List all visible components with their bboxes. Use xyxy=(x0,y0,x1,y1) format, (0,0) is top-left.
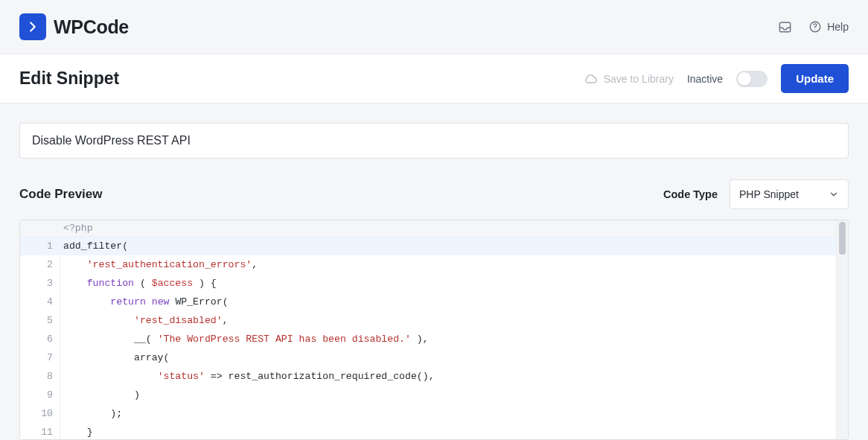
line-number: 3 xyxy=(20,274,60,293)
code-text: return new WP_Error( xyxy=(60,293,229,311)
code-type-group: Code Type PHP Snippet xyxy=(663,179,849,209)
code-line: 3 function ( $access ) { xyxy=(20,274,836,293)
code-text: add_filter( xyxy=(60,237,128,255)
brand: WPCode xyxy=(19,13,129,40)
content-area: Code Preview Code Type PHP Snippet <?php… xyxy=(0,103,868,440)
help-label: Help xyxy=(827,21,849,33)
code-preview-section-header: Code Preview Code Type PHP Snippet xyxy=(19,179,849,209)
code-text: ) xyxy=(60,386,140,404)
line-number: 9 xyxy=(20,386,60,404)
page-title: Edit Snippet xyxy=(19,68,119,89)
code-line: 6 __( 'The WordPress REST API has been d… xyxy=(20,330,836,348)
code-type-select[interactable]: PHP Snippet xyxy=(730,179,849,209)
inbox-icon[interactable] xyxy=(778,20,792,34)
code-line: 8 'status' => rest_authorization_require… xyxy=(20,367,836,386)
line-number: 4 xyxy=(20,293,60,311)
line-number: 6 xyxy=(20,330,60,348)
update-button[interactable]: Update xyxy=(781,64,849,93)
code-text: 'status' => rest_authorization_required_… xyxy=(60,367,435,386)
line-number: 2 xyxy=(20,255,60,274)
cloud-icon xyxy=(584,71,598,86)
line-number: 10 xyxy=(20,404,60,423)
appbar-actions: Help xyxy=(778,20,849,34)
app-bar: WPCode Help xyxy=(0,0,868,54)
code-text: 'rest_authentication_errors', xyxy=(60,255,258,274)
code-preview-heading: Code Preview xyxy=(19,187,103,202)
help-button[interactable]: Help xyxy=(808,20,849,34)
editor-scrollbar[interactable] xyxy=(836,220,848,439)
svg-point-2 xyxy=(815,29,816,30)
active-toggle[interactable] xyxy=(736,71,768,87)
code-line: 1 add_filter( xyxy=(20,237,836,255)
editor-body: <?php 1 add_filter( 2 'rest_authenticati… xyxy=(20,220,836,439)
code-text: array( xyxy=(60,348,169,367)
code-type-label: Code Type xyxy=(663,188,718,200)
line-number: 11 xyxy=(20,423,60,440)
code-line: 9 ) xyxy=(20,386,836,404)
help-icon xyxy=(808,20,822,34)
page-actions: Save to Library Inactive Update xyxy=(584,64,849,93)
code-text: ); xyxy=(60,404,122,423)
editor-readonly-line: <?php xyxy=(20,220,836,237)
code-text: __( 'The WordPress REST API has been dis… xyxy=(60,330,429,348)
code-text: 'rest_disabled', xyxy=(60,311,229,330)
page-bar: Edit Snippet Save to Library Inactive Up… xyxy=(0,54,868,103)
snippet-title-input[interactable] xyxy=(19,123,849,159)
code-editor[interactable]: <?php 1 add_filter( 2 'rest_authenticati… xyxy=(19,220,849,440)
status-label: Inactive xyxy=(687,73,723,85)
code-line: 11 } xyxy=(20,423,836,440)
code-type-value: PHP Snippet xyxy=(739,188,799,200)
code-line: 7 array( xyxy=(20,348,836,367)
line-number: 8 xyxy=(20,367,60,386)
save-to-library-button[interactable]: Save to Library xyxy=(584,71,674,86)
brand-logo-icon xyxy=(19,13,46,40)
toggle-knob xyxy=(738,72,751,86)
code-line: 2 'rest_authentication_errors', xyxy=(20,255,836,274)
code-line: 4 return new WP_Error( xyxy=(20,293,836,311)
svg-rect-0 xyxy=(780,22,791,32)
line-number: 5 xyxy=(20,311,60,330)
code-line: 5 'rest_disabled', xyxy=(20,311,836,330)
brand-name: WPCode xyxy=(54,16,129,38)
line-number: 1 xyxy=(20,237,60,255)
scrollbar-thumb[interactable] xyxy=(839,222,846,255)
code-text: function ( $access ) { xyxy=(60,274,217,293)
code-text: } xyxy=(60,423,93,440)
code-line: 10 ); xyxy=(20,404,836,423)
line-number: 7 xyxy=(20,348,60,367)
chevron-down-icon xyxy=(829,189,839,200)
save-to-library-label: Save to Library xyxy=(604,73,674,85)
